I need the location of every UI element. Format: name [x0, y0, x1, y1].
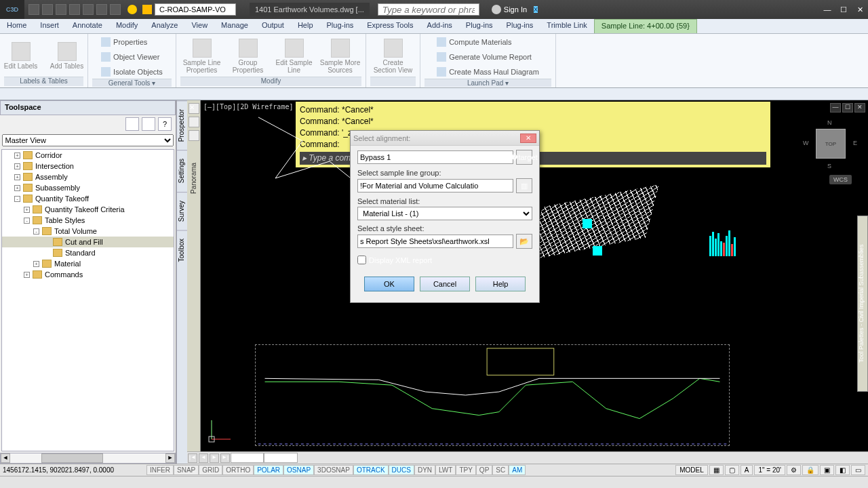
cancel-button[interactable]: Cancel: [420, 277, 470, 291]
dialog-close-icon[interactable]: ✕: [520, 134, 536, 143]
edit-labels-button[interactable]: Edit Labels: [1, 42, 41, 70]
tool-icon-2[interactable]: [189, 130, 199, 141]
viewcube-n[interactable]: N: [827, 119, 832, 126]
tree-node[interactable]: +Subassembly: [2, 182, 174, 193]
material-list-select[interactable]: Material List - (1): [357, 207, 532, 220]
expand-icon[interactable]: +: [14, 174, 20, 180]
tab-prev-icon[interactable]: ◄: [199, 453, 208, 463]
status-toggle-sc[interactable]: SC: [492, 465, 509, 475]
toolspace-tab[interactable]: Toolbox: [177, 230, 187, 270]
expand-icon[interactable]: -: [24, 218, 30, 224]
qat-save-icon[interactable]: [56, 4, 66, 15]
group-properties-button[interactable]: Group Properties: [228, 39, 269, 74]
qat-new-icon[interactable]: [28, 4, 39, 15]
scroll-thumb[interactable]: [41, 453, 104, 463]
expand-icon[interactable]: +: [14, 163, 20, 169]
generate-volume-report-button[interactable]: Generate Volume Report: [437, 50, 532, 64]
status-toggle-infer[interactable]: INFER: [146, 465, 174, 475]
properties-button[interactable]: Properties: [101, 35, 147, 49]
tool-icon-1[interactable]: [189, 117, 199, 127]
style-sheet-field[interactable]: [357, 235, 513, 248]
scroll-left-icon[interactable]: ◄: [1, 453, 10, 463]
expand-icon[interactable]: -: [14, 196, 20, 202]
ribbon-tab[interactable]: Annotate: [66, 19, 109, 33]
ribbon-tab[interactable]: Modify: [109, 19, 144, 33]
create-section-view-button[interactable]: Create Section View: [373, 39, 414, 74]
expand-icon[interactable]: +: [24, 207, 30, 213]
tree-node[interactable]: +Corridor: [2, 150, 174, 161]
tree-node[interactable]: Cut and Fill: [2, 237, 174, 247]
tree-node[interactable]: Standard: [2, 247, 174, 258]
status-toggle-ducs[interactable]: DUCS: [389, 465, 414, 475]
sample-line-properties-button[interactable]: Sample Line Properties: [182, 39, 222, 74]
vp-min-icon[interactable]: —: [830, 103, 841, 113]
ribbon-tab[interactable]: Help: [291, 19, 320, 33]
drawing-viewport[interactable]: ✕ Panorama [–][Top][2D Wireframe] — ☐ ✕ …: [187, 100, 868, 464]
ribbon-tab[interactable]: View: [184, 19, 214, 33]
sun-icon[interactable]: [142, 5, 152, 14]
ribbon-tab[interactable]: Add-ins: [420, 19, 459, 33]
tree-node[interactable]: -Total Volume: [2, 226, 174, 237]
scale-readout[interactable]: 1" = 20': [754, 465, 785, 475]
expand-icon[interactable]: +: [14, 152, 20, 159]
edit-sample-line-button[interactable]: Edit Sample Line: [274, 39, 315, 74]
ts-btn-2[interactable]: [142, 117, 155, 131]
panel-title-general[interactable]: General Tools ▾: [92, 79, 172, 87]
status-toggle-snap[interactable]: SNAP: [174, 465, 199, 475]
display-xml-checkbox[interactable]: [357, 256, 366, 264]
tree-hscroll[interactable]: ◄ ►: [0, 453, 176, 464]
help-button[interactable]: Help: [475, 277, 526, 291]
status-toggle-ortho[interactable]: ORTHO: [222, 465, 254, 475]
add-tables-button[interactable]: Add Tables: [47, 42, 87, 70]
vp-close-icon[interactable]: ✕: [854, 103, 865, 113]
ts-btn-help-icon[interactable]: ?: [158, 117, 172, 131]
toolspace-tab[interactable]: Prospector: [177, 100, 187, 150]
grip-handle[interactable]: [583, 219, 592, 228]
model-tab[interactable]: Model: [231, 453, 264, 463]
ribbon-tab[interactable]: Plug-ins: [320, 19, 361, 33]
tree-node[interactable]: +Material: [2, 258, 174, 269]
pick-alignment-icon[interactable]: �target: [516, 150, 532, 165]
ribbon-tab[interactable]: Output: [255, 19, 291, 33]
status-toggle-dyn[interactable]: DYN: [414, 465, 435, 475]
browse-style-icon[interactable]: 📂: [516, 234, 532, 249]
tree-node[interactable]: +Intersection: [2, 161, 174, 171]
scroll-right-icon[interactable]: ►: [165, 453, 175, 463]
expand-icon[interactable]: +: [24, 272, 30, 278]
tree-node[interactable]: -Table Styles: [2, 215, 174, 226]
ribbon-tab[interactable]: Manage: [214, 19, 255, 33]
clean-screen-icon[interactable]: ▭: [851, 465, 865, 475]
vp-max-icon[interactable]: ☐: [842, 103, 853, 113]
drawing-name-combo[interactable]: C-ROAD-SAMP-VO: [155, 3, 236, 16]
status-toggle-qp[interactable]: QP: [476, 465, 492, 475]
viewcube-face[interactable]: TOP: [816, 129, 846, 159]
layout-grid-icon[interactable]: ▦: [709, 465, 724, 475]
close-button[interactable]: ✕: [852, 3, 868, 16]
viewcube-e[interactable]: E: [853, 140, 857, 146]
compute-materials-button[interactable]: Compute Materials: [437, 35, 511, 49]
document-tab[interactable]: 1401 Earthwork Volumes.dwg [...: [250, 3, 370, 16]
status-toggle-polar[interactable]: POLAR: [254, 465, 283, 475]
tree-node[interactable]: +Commands: [2, 269, 174, 280]
view-label[interactable]: [–][Top][2D Wireframe]: [203, 103, 293, 110]
toolspace-tab[interactable]: Settings: [177, 150, 187, 191]
viewcube-w[interactable]: W: [803, 140, 809, 146]
ts-btn-1[interactable]: [125, 117, 139, 131]
annotation-scale-icon[interactable]: A: [741, 465, 753, 475]
sample-more-sources-button[interactable]: Sample More Sources: [320, 39, 361, 74]
ok-button[interactable]: OK: [364, 277, 414, 291]
status-toggle-lwt[interactable]: LWT: [435, 465, 456, 475]
ribbon-tab[interactable]: Insert: [33, 19, 66, 33]
wcs-badge[interactable]: WCS: [829, 175, 852, 184]
tree-node[interactable]: +Assembly: [2, 171, 174, 182]
toolspace-tab[interactable]: Survey: [177, 192, 187, 230]
qat-saveas-icon[interactable]: [69, 4, 80, 15]
panel-title-launchpad[interactable]: Launch Pad ▾: [425, 79, 551, 87]
tab-last-icon[interactable]: ►|: [220, 453, 230, 463]
ucs-icon[interactable]: [206, 418, 233, 445]
object-viewer-button[interactable]: Object Viewer: [101, 50, 159, 64]
alignment-select[interactable]: [357, 150, 513, 164]
ribbon-tab[interactable]: Trimble Link: [540, 19, 594, 33]
status-toggle-grid[interactable]: GRID: [199, 465, 222, 475]
toolspace-view-select[interactable]: Master View: [2, 134, 174, 146]
